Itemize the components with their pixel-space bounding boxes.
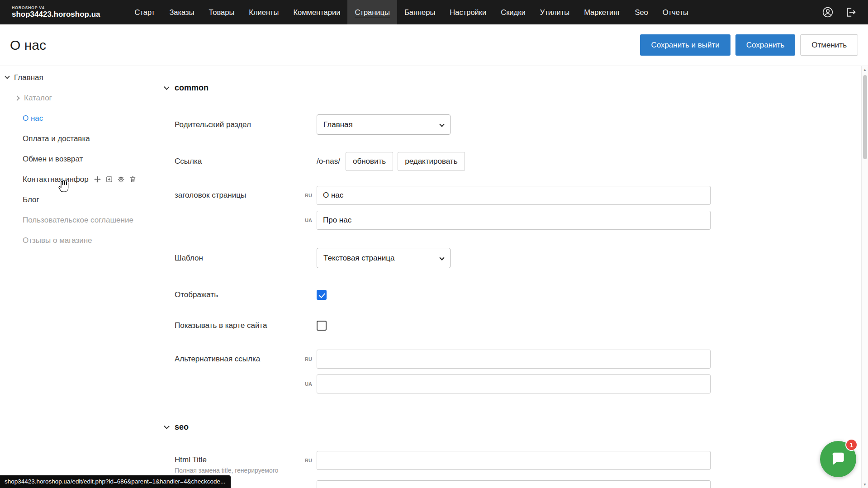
nav-item-start[interactable]: Старт	[128, 0, 162, 24]
tree-item-actions	[94, 175, 137, 183]
alt-link-label: Альтернативная ссылка	[175, 355, 288, 364]
chevron-down-icon	[164, 423, 170, 429]
tree-label: Каталог	[24, 94, 52, 103]
tree-label: Контактная инфор	[23, 175, 89, 184]
page-title-ua-input[interactable]	[317, 211, 711, 230]
sidebar-item-blog[interactable]: Блог	[0, 190, 159, 210]
nav-item-tovary[interactable]: Товары	[202, 0, 242, 24]
parent-section-value: Главная	[323, 120, 353, 129]
page-title: О нас	[10, 38, 46, 53]
form-row-link: Ссылка /o-nas/ обновить редактировать	[175, 152, 868, 171]
sidebar-item-glavnaya[interactable]: Главная	[0, 67, 159, 88]
form-row-html-title-ru: Html Title Полная замена title, генериру…	[175, 451, 868, 474]
chevron-down-icon	[164, 84, 170, 90]
scroll-down-arrow[interactable]: ▼	[862, 481, 868, 488]
add-page-icon[interactable]	[105, 175, 113, 183]
link-path-value: /o-nas/	[317, 157, 340, 166]
nav-item-kommentarii[interactable]: Комментарии	[286, 0, 347, 24]
page-title-label: заголовок страницы	[175, 191, 288, 200]
nav-item-zakazy[interactable]: Заказы	[162, 0, 201, 24]
move-icon[interactable]	[94, 175, 101, 183]
chevron-down-icon[interactable]	[5, 74, 9, 79]
content: Главная Каталог О нас Оплата и доставка …	[0, 66, 868, 488]
form-row-alt-link-ru: Альтернативная ссылка RU	[175, 350, 868, 369]
nav-item-skidki[interactable]: Скидки	[493, 0, 532, 24]
html-title-ua-input[interactable]	[317, 480, 711, 488]
chevron-right-icon[interactable]	[14, 95, 19, 100]
nav-item-klienty[interactable]: Клиенты	[242, 0, 286, 24]
page-title-ru-input[interactable]	[317, 186, 711, 205]
sidebar-item-obmen-i-vozvrat[interactable]: Обмен и возврат	[0, 149, 159, 169]
sidebar-item-o-nas[interactable]: О нас	[0, 108, 159, 128]
nav-item-otchety[interactable]: Отчеты	[655, 0, 696, 24]
form-row-page-title-ru: заголовок страницы RU	[175, 186, 868, 205]
page: HOROSHOP V4 shop34423.horoshop.ua Старт …	[0, 0, 868, 488]
parent-section-select[interactable]: Главная	[317, 114, 451, 135]
sitemap-label: Показывать в карте сайта	[175, 321, 288, 330]
form-row-alt-link-ua: UA	[175, 374, 868, 393]
nav-item-bannery[interactable]: Баннеры	[397, 0, 442, 24]
display-checkbox[interactable]	[317, 290, 327, 300]
form-row-html-title-ua: UA	[175, 480, 868, 488]
tree-label: Главная	[14, 73, 43, 82]
tree-label: Обмен и возврат	[23, 155, 83, 164]
edit-link-button[interactable]: редактировать	[398, 152, 465, 171]
nav-item-marketing[interactable]: Маркетинг	[577, 0, 627, 24]
logout-icon[interactable]	[844, 6, 856, 18]
vertical-scrollbar: ▲ ▼	[861, 66, 868, 488]
tree-label: Блог	[23, 195, 39, 204]
scrollbar-thumb[interactable]	[863, 75, 867, 159]
html-title-note: Полная замена title, генерируемого	[175, 467, 288, 474]
lang-badge-ru: RU	[288, 451, 317, 463]
brand-block[interactable]: HOROSHOP V4 shop34423.horoshop.ua	[12, 0, 100, 24]
nav-item-utility[interactable]: Утилиты	[533, 0, 577, 24]
lang-badge-ua: UA	[288, 218, 317, 223]
header-actions: Сохранить и выйти Сохранить Отменить	[640, 34, 858, 56]
display-label: Отображать	[175, 290, 288, 299]
sitemap-checkbox[interactable]	[317, 321, 327, 331]
sidebar-item-otzyvy-o-magazine[interactable]: Отзывы о магазине	[0, 230, 159, 251]
nav-item-nastroyki[interactable]: Настройки	[442, 0, 493, 24]
form-row-parent-section: Родительский раздел Главная	[175, 114, 868, 135]
parent-section-label: Родительский раздел	[175, 120, 288, 129]
tree-label: О нас	[23, 114, 43, 123]
form-row-template: Шаблон Текстовая страница	[175, 248, 868, 268]
lang-badge-ru: RU	[288, 193, 317, 198]
section-common-toggle[interactable]: common	[165, 83, 868, 93]
chat-widget-button[interactable]: 1	[820, 441, 856, 477]
brand-domain: shop34423.horoshop.ua	[12, 10, 100, 19]
scroll-up-arrow[interactable]: ▲	[862, 66, 868, 73]
section-seo-toggle[interactable]: seo	[165, 422, 868, 432]
save-button[interactable]: Сохранить	[735, 34, 795, 56]
lang-badge-ru: RU	[288, 356, 317, 362]
tree-label: Отзывы о магазине	[23, 236, 92, 245]
trash-icon[interactable]	[129, 175, 137, 183]
status-url-tooltip: shop34423.horoshop.ua/edit/edit.php?id=6…	[0, 475, 231, 488]
link-label: Ссылка	[175, 157, 288, 166]
form-row-sitemap: Показывать в карте сайта	[175, 321, 868, 331]
sidebar-item-oplata-i-dostavka[interactable]: Оплата и доставка	[0, 128, 159, 149]
nav-item-stranitsy[interactable]: Страницы	[347, 0, 397, 24]
lang-badge-ua: UA	[288, 381, 317, 387]
template-select[interactable]: Текстовая страница	[317, 248, 451, 268]
html-title-ru-input[interactable]	[317, 451, 711, 470]
alt-link-ru-input[interactable]	[317, 350, 711, 369]
brand-version-label: HOROSHOP V4	[12, 5, 100, 10]
section-seo-label: seo	[175, 422, 189, 432]
alt-link-ua-input[interactable]	[317, 374, 711, 393]
chat-unread-badge: 1	[845, 439, 858, 451]
page-header: О нас Сохранить и выйти Сохранить Отмени…	[0, 24, 868, 66]
gear-icon[interactable]	[117, 175, 125, 183]
refresh-link-button[interactable]: обновить	[346, 152, 393, 171]
save-and-exit-button[interactable]: Сохранить и выйти	[640, 34, 730, 56]
chat-bubble-icon	[830, 450, 847, 468]
chevron-down-icon	[439, 255, 444, 260]
html-title-label-block: Html Title Полная замена title, генериру…	[175, 451, 288, 474]
account-icon[interactable]	[822, 6, 834, 18]
sidebar-item-kontaktnaya-infor[interactable]: Контактная инфор	[0, 169, 159, 190]
tree-label: Оплата и доставка	[23, 134, 90, 143]
sidebar-item-katalog[interactable]: Каталог	[0, 88, 159, 108]
sidebar-item-polzovatelskoe-soglashenie[interactable]: Пользовательское соглашение	[0, 210, 159, 230]
cancel-button[interactable]: Отменить	[800, 34, 858, 56]
nav-item-seo[interactable]: Seo	[627, 0, 655, 24]
